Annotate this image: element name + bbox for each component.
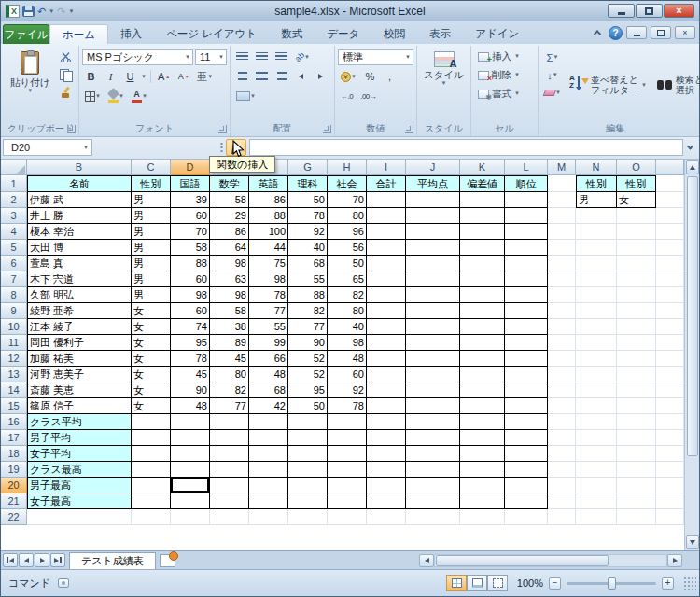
cell-I1[interactable]: 合計 bbox=[367, 175, 406, 192]
cell-E10[interactable]: 38 bbox=[210, 319, 249, 335]
cell-M17[interactable] bbox=[548, 430, 576, 446]
cell-J7[interactable] bbox=[406, 271, 460, 287]
cell-O8[interactable] bbox=[617, 287, 656, 303]
scroll-down-button[interactable] bbox=[686, 535, 699, 549]
cell-D13[interactable]: 45 bbox=[171, 367, 210, 382]
cell-K8[interactable] bbox=[460, 287, 505, 303]
cell-I22[interactable] bbox=[367, 509, 406, 525]
currency-button[interactable]: ¥▼ bbox=[338, 69, 359, 85]
cell-E13[interactable]: 80 bbox=[210, 367, 249, 382]
close-button[interactable]: × bbox=[664, 4, 694, 18]
font-size-select[interactable]: 11▼ bbox=[195, 49, 227, 65]
cell-F3[interactable]: 88 bbox=[249, 208, 288, 224]
cell-N9[interactable] bbox=[576, 303, 617, 319]
cell-J15[interactable] bbox=[406, 398, 460, 414]
paste-button[interactable]: 貼り付け ▼ bbox=[6, 48, 55, 122]
undo-dropdown-icon[interactable]: ▼ bbox=[49, 8, 54, 14]
cell-L11[interactable] bbox=[505, 335, 548, 351]
cell-L20[interactable] bbox=[505, 478, 548, 493]
fill-button[interactable]: ↓▼ bbox=[541, 67, 564, 83]
macro-record-icon[interactable] bbox=[58, 578, 69, 588]
cell-G2[interactable]: 50 bbox=[288, 192, 328, 208]
cell-N12[interactable] bbox=[576, 351, 617, 367]
cell-H2[interactable]: 70 bbox=[328, 192, 367, 208]
cell-H15[interactable]: 78 bbox=[328, 398, 367, 414]
row-header-21[interactable]: 21 bbox=[1, 493, 27, 509]
cell-J9[interactable] bbox=[406, 303, 460, 319]
cell-K2[interactable] bbox=[460, 192, 505, 208]
cell-H3[interactable]: 80 bbox=[328, 208, 367, 224]
cell-filler-12[interactable] bbox=[656, 351, 684, 367]
decrease-decimal-button[interactable]: .00→ bbox=[357, 89, 379, 104]
cell-M20[interactable] bbox=[548, 478, 576, 493]
cell-O20[interactable] bbox=[617, 478, 656, 493]
cell-K14[interactable] bbox=[460, 382, 505, 398]
last-sheet-button[interactable] bbox=[50, 553, 65, 567]
row-header-7[interactable]: 7 bbox=[1, 271, 27, 287]
cell-H5[interactable]: 56 bbox=[328, 240, 367, 256]
format-cells-button[interactable]: ✱書式▼ bbox=[474, 85, 535, 103]
column-header-M[interactable]: M bbox=[548, 160, 576, 175]
cell-C11[interactable]: 女 bbox=[132, 335, 171, 351]
view-page-layout-button[interactable] bbox=[467, 575, 487, 591]
cell-O19[interactable] bbox=[617, 462, 656, 478]
cell-filler-22[interactable] bbox=[656, 509, 684, 525]
cell-B9[interactable]: 綾野 亜希 bbox=[27, 303, 132, 319]
cell-N4[interactable] bbox=[576, 224, 617, 240]
cell-K21[interactable] bbox=[460, 493, 505, 509]
row-header-14[interactable]: 14 bbox=[1, 382, 27, 398]
cell-L5[interactable] bbox=[505, 240, 548, 256]
delete-cells-button[interactable]: ×削除▼ bbox=[474, 66, 535, 84]
first-sheet-button[interactable] bbox=[3, 553, 18, 567]
cell-filler-19[interactable] bbox=[656, 462, 684, 478]
cell-O1[interactable]: 性別 bbox=[617, 175, 656, 192]
zoom-slider[interactable] bbox=[567, 582, 656, 585]
expand-formula-bar-button[interactable] bbox=[683, 139, 697, 156]
cell-C6[interactable]: 男 bbox=[132, 256, 171, 271]
cell-E21[interactable] bbox=[210, 493, 249, 509]
cell-H1[interactable]: 社会 bbox=[328, 175, 367, 192]
resize-grip[interactable] bbox=[683, 576, 696, 590]
cell-M22[interactable] bbox=[548, 509, 576, 525]
cell-O13[interactable] bbox=[617, 367, 656, 382]
cell-C18[interactable] bbox=[132, 446, 171, 462]
cell-K3[interactable] bbox=[460, 208, 505, 224]
ribbon-tab-4[interactable]: 数式 bbox=[269, 24, 315, 44]
row-header-11[interactable]: 11 bbox=[1, 335, 27, 351]
cell-B4[interactable]: 榎本 幸治 bbox=[27, 224, 132, 240]
number-format-select[interactable]: 標準▼ bbox=[338, 49, 413, 65]
cell-I3[interactable] bbox=[367, 208, 406, 224]
cell-filler-17[interactable] bbox=[656, 430, 684, 446]
cell-N8[interactable] bbox=[576, 287, 617, 303]
cell-I21[interactable] bbox=[367, 493, 406, 509]
column-header-N[interactable]: N bbox=[576, 160, 617, 175]
cell-N17[interactable] bbox=[576, 430, 617, 446]
cell-D3[interactable]: 60 bbox=[171, 208, 210, 224]
file-tab[interactable]: ファイル bbox=[3, 24, 49, 44]
cell-J16[interactable] bbox=[406, 414, 460, 430]
cell-F17[interactable] bbox=[249, 430, 288, 446]
cell-F21[interactable] bbox=[249, 493, 288, 509]
cell-H17[interactable] bbox=[328, 430, 367, 446]
cell-O16[interactable] bbox=[617, 414, 656, 430]
cell-I20[interactable] bbox=[367, 478, 406, 493]
cell-B2[interactable]: 伊藤 武 bbox=[27, 192, 132, 208]
cell-B18[interactable]: 女子平均 bbox=[27, 446, 132, 462]
title-bar[interactable]: X ↶ ▼ ↷ ▼ sample4.xlsx - Microsoft Excel… bbox=[1, 1, 699, 21]
cell-D7[interactable]: 60 bbox=[171, 271, 210, 287]
cell-G6[interactable]: 68 bbox=[288, 256, 328, 271]
cell-E20[interactable] bbox=[210, 478, 249, 493]
cell-M15[interactable] bbox=[548, 398, 576, 414]
cell-C21[interactable] bbox=[132, 493, 171, 509]
increase-font-button[interactable]: A▲ bbox=[155, 69, 173, 85]
row-header-19[interactable]: 19 bbox=[1, 462, 27, 478]
cell-O18[interactable] bbox=[617, 446, 656, 462]
cell-K12[interactable] bbox=[460, 351, 505, 367]
cell-filler-20[interactable] bbox=[656, 478, 684, 493]
cell-J10[interactable] bbox=[406, 319, 460, 335]
cell-N10[interactable] bbox=[576, 319, 617, 335]
cell-J18[interactable] bbox=[406, 446, 460, 462]
view-page-break-button[interactable] bbox=[487, 575, 508, 591]
fill-color-button[interactable]: ▼ bbox=[105, 89, 127, 104]
cell-filler-2[interactable] bbox=[656, 192, 684, 208]
